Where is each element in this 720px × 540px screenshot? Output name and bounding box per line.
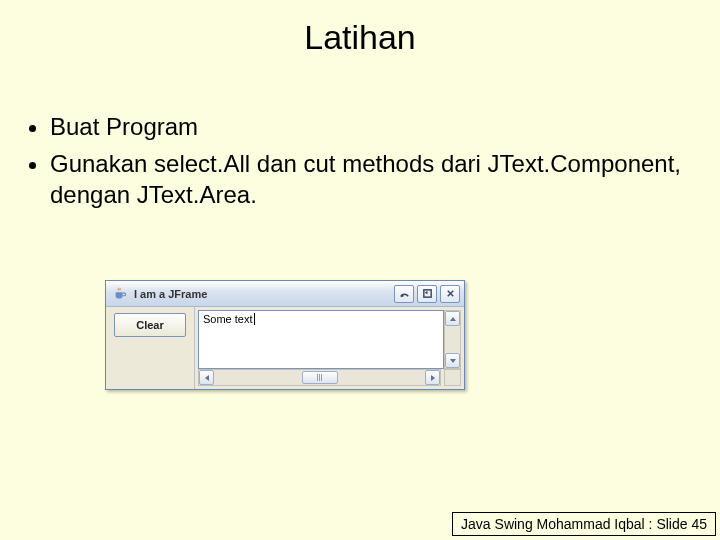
java-icon: [112, 286, 128, 302]
maximize-button[interactable]: [417, 285, 437, 303]
slide-footer: Java Swing Mohammad Iqbal : Slide 45: [452, 512, 716, 536]
scroll-right-button[interactable]: [425, 370, 440, 385]
window-title: I am a JFrame: [134, 288, 394, 300]
scrollbar-thumb[interactable]: [302, 371, 338, 384]
scroll-up-button[interactable]: [445, 311, 460, 326]
bullet-item: Gunakan select.All dan cut methods dari …: [50, 148, 690, 210]
left-panel: Clear: [106, 307, 194, 389]
textarea-container: Some text: [194, 307, 464, 389]
clear-button[interactable]: Clear: [114, 313, 186, 337]
bullet-list: Buat Program Gunakan select.All dan cut …: [0, 81, 720, 211]
minimize-button[interactable]: [394, 285, 414, 303]
bullet-item: Buat Program: [50, 111, 690, 142]
text-caret: [254, 313, 255, 325]
slide-title: Latihan: [0, 0, 720, 57]
jframe-window: I am a JFrame Clear Some text: [105, 280, 465, 390]
vertical-scrollbar[interactable]: [444, 310, 461, 369]
scroll-down-button[interactable]: [445, 353, 460, 368]
horizontal-scrollbar[interactable]: [198, 369, 441, 386]
scroll-left-button[interactable]: [199, 370, 214, 385]
close-button[interactable]: [440, 285, 460, 303]
textarea-text: Some text: [203, 313, 253, 325]
titlebar[interactable]: I am a JFrame: [106, 281, 464, 307]
scrollbar-corner: [444, 369, 461, 386]
textarea[interactable]: Some text: [198, 310, 444, 369]
